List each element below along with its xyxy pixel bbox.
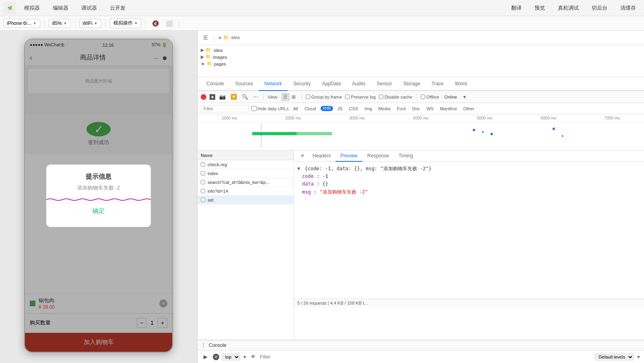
filter-js[interactable]: JS [335,106,345,111]
console-levels-dropdown-icon[interactable]: ▼ [636,355,641,359]
folder-idea[interactable]: ▶ 📁 .idea [217,34,241,41]
online-dropdown-icon[interactable]: ▼ [462,95,467,99]
online-button[interactable]: Online [442,94,459,100]
tab-console[interactable]: Console [201,77,230,91]
toolbar-sep2 [301,94,302,100]
net-item-index[interactable]: index [198,169,294,178]
preview-tab-response[interactable]: Response [362,151,394,162]
console-clear-icon[interactable]: ⊘ [213,354,219,360]
filter-ws[interactable]: WS [424,106,436,111]
json-code-line: code : -1 [302,173,641,180]
console-bar[interactable]: ⋮ Console [198,340,644,350]
tree-pages[interactable]: ▼ 📁 pages [201,60,641,67]
modal-confirm-button[interactable]: 确定 [54,203,143,219]
close-preview-button[interactable]: ✕ [297,151,308,161]
tab-storage[interactable]: Storage [398,77,426,91]
net-item-set-checkbox[interactable] [201,198,205,202]
json-code-value: -1 [323,173,328,179]
net-item-index-checkbox[interactable] [201,171,205,175]
console-input-bar: ▶ ⊘ top ▼ 👁 Default levels ▼ [198,350,644,363]
tab-wxml[interactable]: Wxml [449,77,473,91]
toolbar-translate[interactable]: 翻译 [506,3,527,13]
group-by-frame-checkbox: Group by frame [306,95,342,99]
group-by-frame-input[interactable] [306,95,310,99]
tree-images[interactable]: ▶ 📁 images [201,54,641,60]
search-icon[interactable]: 🔍 [241,93,249,101]
filter-cloud[interactable]: Cloud [302,106,318,111]
folder-icon2: 📁 [206,54,211,60]
grid-view-icon[interactable]: ⊞ [290,93,297,101]
offline-checkbox: Offline [421,95,439,99]
preview-tab-headers[interactable]: Headers [308,151,335,162]
network-selector[interactable]: WiFi ▼ [79,19,101,28]
filter-font[interactable]: Font [395,106,408,111]
mute-icon[interactable]: 🔇 [150,18,161,29]
console-dots-icon: ⋮ [201,342,206,349]
console-context-selector[interactable]: top [222,353,240,361]
scale-selector[interactable]: 85% ▼ [49,19,71,28]
json-toggle-arrow[interactable]: ▼ [297,166,300,171]
filter-xhr[interactable]: XHR [321,106,333,111]
filter-input[interactable] [201,105,249,112]
toolbar-background[interactable]: 切后台 [587,3,612,13]
console-context-dropdown-icon[interactable]: ▼ [243,355,247,359]
filter-media[interactable]: Media [377,106,393,111]
net-item-check-reg-checkbox[interactable] [201,162,205,167]
toolbar-debugger[interactable]: 调试器 [76,3,102,13]
preserve-log-input[interactable] [345,95,350,99]
net-item-info-checkbox[interactable] [201,189,205,193]
toolbar-simulator[interactable]: 模拟器 [19,3,45,13]
tab-sources[interactable]: Sources [230,77,259,91]
inspect-icon[interactable]: ☰ [201,33,210,43]
toolbar-real-device[interactable]: 真机调试 [553,3,584,13]
preview-tab-preview[interactable]: Preview [335,151,362,162]
network-toolbar: ■ 📷 🔽 🔍 ⋯ View: ☰ ⊞ Group by frame Prese… [198,91,644,103]
console-filter-input[interactable] [260,354,593,360]
preview-tabs: ✕ Headers Preview Response Timing [294,151,644,162]
tab-trace[interactable]: Trace [426,77,449,91]
net-item-set[interactable]: set [198,196,294,204]
offline-input[interactable] [421,95,425,99]
preview-tab-timing[interactable]: Timing [394,151,418,162]
tree-arrow-icon2: ▶ [201,54,204,60]
network-arrow-icon: ▼ [94,21,98,25]
toolbar-clear-cache[interactable]: 清缓存 [615,3,641,13]
device-selector[interactable]: iPhone 6/... ▼ [3,19,40,28]
more-icon[interactable]: ⋯ [252,93,259,101]
console-run-icon[interactable]: ▶ [201,352,210,362]
toolbar-preview[interactable]: 预览 [530,3,550,13]
screen-icon[interactable]: ⬜ [163,18,175,29]
net-item-info[interactable]: info?id=14 [198,187,294,196]
net-item-check-reg[interactable]: check-reg [198,160,294,169]
console-eye-icon[interactable]: 👁 [249,353,257,361]
hide-data-urls-input[interactable] [251,106,257,111]
filter-doc[interactable]: Doc [410,106,422,111]
device-name: iPhone 6/... [7,21,31,26]
json-expanded: code : -1 data : {} msg : "添加购物车失 [302,173,641,196]
stop-button[interactable]: ■ [210,94,215,100]
toolbar-sep3 [416,94,417,100]
filter-icon[interactable]: 🔽 [230,93,238,101]
filter-manifest[interactable]: Manifest [438,106,459,111]
filter-other[interactable]: Other [461,106,476,111]
net-item-search-checkbox[interactable] [201,180,205,184]
record-button[interactable] [201,94,206,100]
console-levels-selector[interactable]: Default levels [595,353,634,361]
camera-icon[interactable]: 📷 [218,93,226,101]
phone-frame: ●●●●● WeChat全 12:16 97% 🔋 ‹ 商品详情 ··· ⏺ 商… [24,39,173,353]
toolbar-cloud[interactable]: 云开发 [105,3,130,13]
tab-audits[interactable]: Audits [346,77,371,91]
operation-selector[interactable]: 模拟操作 ▼ [110,18,142,28]
filter-css[interactable]: CSS [347,106,360,111]
tab-sensor[interactable]: Sensor [371,77,398,91]
filter-img[interactable]: Img [362,106,374,111]
tab-network[interactable]: Network [259,77,288,91]
toolbar-editor[interactable]: 编辑器 [48,3,73,13]
filter-all[interactable]: All [291,106,300,111]
tab-security[interactable]: Security [288,77,316,91]
list-view-icon[interactable]: ☰ [282,93,289,101]
tree-idea[interactable]: ▶ 📁 .idea [201,47,641,54]
disable-cache-input[interactable] [379,95,383,99]
tab-appdata[interactable]: AppData [316,77,346,91]
net-item-search[interactable]: search?cat_id=0&mix_kw=&p... [198,178,294,187]
